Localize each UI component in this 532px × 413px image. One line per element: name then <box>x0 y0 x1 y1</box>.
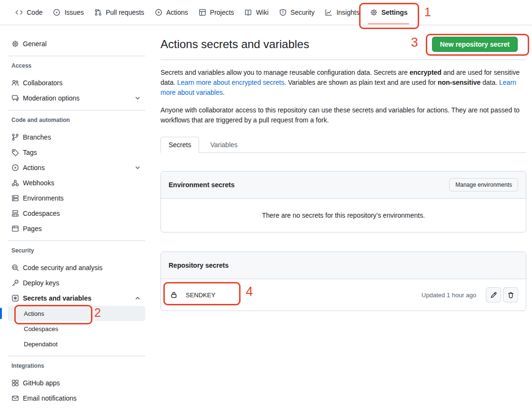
sidebar-divider <box>8 356 145 356</box>
nav-tab-projects[interactable]: Projects <box>193 5 240 20</box>
repository-secrets-title: Repository secrets <box>169 262 229 269</box>
mail-icon <box>11 394 19 402</box>
sidebar-subitem-dependabot-label: Dependabot <box>24 341 58 348</box>
sidebar-item-codespaces[interactable]: Codespaces <box>8 206 145 221</box>
sidebar-item-environments[interactable]: Environments <box>8 191 145 206</box>
table-icon <box>199 9 206 16</box>
nav-tab-insights[interactable]: Insights <box>320 5 364 20</box>
sidebar-item-secrets-and-variables[interactable]: Secrets and variables <box>8 291 145 306</box>
nav-tab-insights-label: Insights <box>336 9 359 16</box>
nav-tab-settings[interactable]: Settings <box>365 5 413 20</box>
nav-tab-settings-wrap: Settings 1 <box>365 5 413 20</box>
annotation-number-3: 3 <box>411 36 418 49</box>
sidebar-item-collaborators[interactable]: Collaborators <box>8 75 145 91</box>
intro-bold-non-sensitive: non-sensitive <box>438 79 481 86</box>
sidebar-item-moderation-options[interactable]: Moderation options <box>8 91 145 106</box>
gear-icon <box>11 40 19 48</box>
people-icon <box>11 79 19 87</box>
environment-secrets-card: Environment secrets Manage environments … <box>161 171 526 232</box>
nav-tab-wiki[interactable]: Wiki <box>239 5 273 20</box>
intro-text: . Variables are shown as plain text and … <box>284 79 438 86</box>
sidebar-item-github-apps-label: GitHub apps <box>23 379 60 387</box>
sidebar-item-codespaces-label: Codespaces <box>23 210 60 217</box>
chevron-down-icon <box>134 94 141 102</box>
codescan-icon <box>11 264 19 272</box>
manage-environments-button[interactable]: Manage environments <box>449 178 518 191</box>
learn-more-encrypted-secrets-link[interactable]: Learn more about encrypted secrets <box>177 79 284 86</box>
tab-secrets[interactable]: Secrets <box>161 137 199 153</box>
nav-tab-security[interactable]: Security <box>274 5 320 20</box>
nav-tab-security-label: Security <box>291 9 315 16</box>
sidebar-section-code-and-automation: Code and automation <box>8 117 145 123</box>
settings-layout: General Access Collaborators Moderation … <box>0 25 532 411</box>
sidebar-item-webhooks-label: Webhooks <box>23 179 54 187</box>
sidebar-subitem-codespaces[interactable]: Codespaces <box>8 321 145 336</box>
repository-secrets-header: Repository secrets <box>161 252 526 279</box>
book-icon <box>244 9 252 16</box>
repository-secrets-card: Repository secrets SENDKEY 4 Updated 1 h… <box>161 252 526 311</box>
settings-sidebar: General Access Collaborators Moderation … <box>0 25 153 411</box>
nav-tab-issues[interactable]: Issues <box>48 5 89 20</box>
intro-bold-encrypted: encrypted <box>410 69 442 76</box>
code-icon <box>15 9 23 16</box>
sidebar-subitem-actions-selected[interactable]: Actions 2 <box>8 306 145 321</box>
edit-secret-button[interactable] <box>486 287 501 302</box>
nav-tab-actions-label: Actions <box>166 9 188 16</box>
sidebar-item-email-notifications-label: Email notifications <box>23 394 77 402</box>
comment-discussion-icon <box>11 94 19 102</box>
github-repo-settings-page: Code Issues Pull requests Actions Projec… <box>0 0 532 413</box>
nav-tab-pull-requests[interactable]: Pull requests <box>89 5 150 20</box>
key-icon <box>11 279 19 287</box>
sidebar-item-deploy-keys[interactable]: Deploy keys <box>8 275 145 291</box>
nav-tab-issues-label: Issues <box>64 9 83 16</box>
sidebar-divider <box>8 56 145 56</box>
browser-icon <box>11 225 19 232</box>
sidebar-subitem-codespaces-label: Codespaces <box>24 325 58 332</box>
sidebar-item-general[interactable]: General <box>8 36 145 51</box>
server-icon <box>11 194 19 202</box>
git-pull-request-icon <box>94 9 102 16</box>
sidebar-item-github-apps[interactable]: GitHub apps <box>8 375 145 391</box>
sidebar-item-actions[interactable]: Actions <box>8 160 145 175</box>
collaborator-access-paragraph: Anyone with collaborator access to this … <box>161 105 526 125</box>
secret-name-group: SENDKEY <box>169 291 215 299</box>
sidebar-item-secrets-and-variables-label: Secrets and variables <box>23 294 91 302</box>
new-secret-button-wrap: New repository secret 3 <box>432 37 518 52</box>
sidebar-item-email-notifications[interactable]: Email notifications <box>8 391 145 406</box>
nav-tab-wiki-label: Wiki <box>256 9 268 16</box>
sidebar-item-webhooks[interactable]: Webhooks <box>8 175 145 191</box>
annotation-number-2: 2 <box>94 307 101 319</box>
sidebar-item-tags[interactable]: Tags <box>8 145 145 160</box>
sidebar-item-environments-label: Environments <box>23 194 64 202</box>
delete-secret-button[interactable] <box>503 287 518 302</box>
secrets-variables-tabs: Secrets Variables <box>161 137 526 153</box>
environment-secrets-empty-state: There are no secrets for this repository… <box>161 199 526 232</box>
secret-row-sendkey: SENDKEY 4 Updated 1 hour ago <box>161 279 526 311</box>
sidebar-subitem-dependabot[interactable]: Dependabot <box>8 336 145 352</box>
nav-tab-projects-label: Projects <box>210 9 234 16</box>
sidebar-item-code-security[interactable]: Code security and analysis <box>8 260 145 275</box>
gear-icon <box>370 9 378 16</box>
sidebar-item-branches[interactable]: Branches <box>8 130 145 145</box>
key-asterisk-icon <box>11 294 19 302</box>
sidebar-item-collaborators-label: Collaborators <box>23 79 62 87</box>
sidebar-section-access: Access <box>8 62 145 69</box>
new-repository-secret-button[interactable]: New repository secret <box>432 37 518 52</box>
graph-icon <box>325 9 332 16</box>
environment-secrets-title: Environment secrets <box>169 181 235 189</box>
sidebar-item-branches-label: Branches <box>23 133 51 141</box>
shield-icon <box>279 9 287 16</box>
pencil-icon <box>490 292 497 299</box>
chevron-up-icon <box>134 294 141 302</box>
nav-tab-actions[interactable]: Actions <box>150 5 193 20</box>
codespaces-icon <box>11 210 19 217</box>
lock-icon <box>170 291 178 299</box>
tab-variables[interactable]: Variables <box>203 137 244 152</box>
sidebar-item-pages[interactable]: Pages <box>8 221 145 236</box>
nav-tab-code[interactable]: Code <box>10 5 48 20</box>
annotation-number-4: 4 <box>246 285 253 298</box>
sidebar-item-pages-label: Pages <box>23 225 42 232</box>
repo-tab-nav: Code Issues Pull requests Actions Projec… <box>0 0 532 25</box>
secret-meta-group: Updated 1 hour ago <box>422 287 518 302</box>
nav-tab-code-label: Code <box>27 9 42 16</box>
